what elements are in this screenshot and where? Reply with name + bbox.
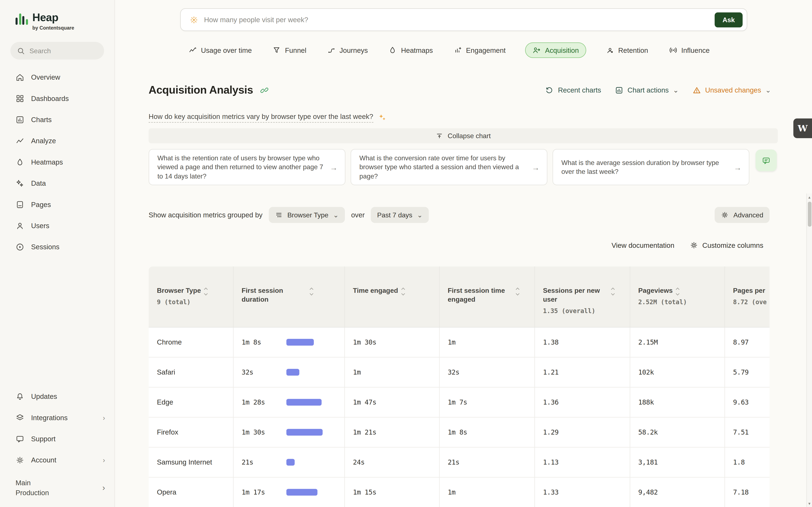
ask-bar[interactable]: Ask	[180, 8, 747, 31]
time-engaged-cell: 1m 30s	[345, 327, 439, 357]
chevron-right-icon: ›	[102, 483, 105, 493]
suggested-question-card[interactable]: What is the conversion rate over time fo…	[351, 149, 548, 185]
environment-switcher[interactable]: Main Production ›	[0, 471, 114, 500]
w-overlay-badge[interactable]: W	[794, 118, 812, 138]
chevron-down-icon: ⌄	[765, 86, 771, 94]
tab-usage-over-time[interactable]: Usage over time	[188, 43, 253, 58]
tab-influence[interactable]: Influence	[668, 43, 711, 58]
pages-per-cell: 1.8	[724, 447, 769, 477]
layers-icon	[15, 413, 24, 422]
usage-over-time-icon	[189, 46, 197, 54]
col-browser-type[interactable]: Browser Type 9 (total)	[149, 266, 233, 327]
tab-funnel[interactable]: Funnel	[271, 43, 307, 58]
first-session-duration-cell: 1m 30s	[233, 417, 345, 447]
suggested-question-text: What is the retention rate of users by b…	[157, 154, 324, 181]
ask-button[interactable]: Ask	[715, 12, 743, 27]
tab-heatmaps[interactable]: Heatmaps	[388, 43, 434, 58]
duration-bar	[286, 399, 321, 405]
sidebar-item-sessions[interactable]: Sessions	[0, 236, 114, 258]
sidebar-item-users[interactable]: Users	[0, 215, 114, 236]
suggested-question-card[interactable]: What is the retention rate of users by b…	[149, 149, 346, 185]
sidebar-item-support[interactable]: Support	[0, 429, 114, 450]
heap-logo[interactable]: Heap by Contentsquare	[0, 11, 114, 31]
col-first-session-time-engaged[interactable]: First session time engaged	[439, 266, 535, 327]
table-row[interactable]: Chrome 1m 8s 1m 30s 1m 1.38 2.15M 8.97	[149, 327, 769, 357]
col-time-engaged[interactable]: Time engaged	[345, 266, 439, 327]
col-pageviews[interactable]: Pageviews 2.52M (total)	[630, 266, 724, 327]
table-row[interactable]: Firefox 1m 30s 1m 21s 1m 8s 1.29 58.2k 7…	[149, 417, 769, 447]
chart-type-tabs: Usage over time Funnel Journeys Heatmaps…	[188, 41, 711, 59]
sidebar-item-account[interactable]: Account ›	[0, 450, 114, 471]
sidebar-item-dashboards[interactable]: Dashboards	[0, 88, 114, 109]
recent-charts-button[interactable]: Recent charts	[545, 86, 601, 95]
sort-icons[interactable]	[516, 286, 518, 295]
search-input[interactable]	[30, 47, 97, 55]
group-by-dropdown[interactable]: Browser Type ⌄	[269, 207, 345, 223]
suggested-question-card[interactable]: What is the average session duration by …	[553, 149, 749, 185]
header-actions: Recent charts Chart actions ⌄ Unsaved ch…	[545, 86, 771, 95]
duration-bar	[286, 459, 294, 465]
date-range-dropdown[interactable]: Past 7 days ⌄	[371, 207, 429, 223]
trend-line-icon	[15, 137, 24, 146]
col-first-session-duration[interactable]: First session duration	[233, 266, 345, 327]
bar-chart-icon	[15, 115, 24, 124]
chart-actions-button[interactable]: Chart actions ⌄	[614, 86, 678, 95]
first-session-duration-cell: 1m 28s	[233, 387, 345, 417]
warning-icon	[692, 86, 701, 95]
time-engaged-cell: 1m	[345, 357, 439, 387]
sidebar-item-heatmaps[interactable]: Heatmaps	[0, 152, 114, 173]
browser-cell: Chrome	[149, 327, 233, 357]
table-row[interactable]: Edge 1m 28s 1m 47s 1m 7s 1.36 188k 9.63	[149, 387, 769, 417]
first-session-duration-cell: 1m 8s	[233, 327, 345, 357]
col-sessions-per-new-user[interactable]: Sessions per new user 1.35 (overall)	[535, 266, 630, 327]
scroll-up-arrow[interactable]: ▲	[807, 193, 812, 201]
collapse-chart-button[interactable]: Collapse chart	[149, 128, 778, 143]
col-pages-per[interactable]: Pages per 8.72 (ove	[724, 266, 769, 327]
sort-icons[interactable]	[611, 286, 614, 295]
chart-question[interactable]: How do key acquisition metrics vary by b…	[149, 113, 373, 123]
copy-link-icon[interactable]	[260, 86, 269, 95]
group-by-icon	[275, 211, 283, 219]
page-title: Acquisition Analysis	[149, 84, 253, 96]
sessions-per-new-user-cell: 1.33	[535, 477, 630, 507]
scrollbar-thumb[interactable]	[808, 202, 811, 227]
tab-journeys[interactable]: Journeys	[326, 43, 369, 58]
sort-icons[interactable]	[402, 286, 404, 295]
sidebar-item-updates[interactable]: Updates	[0, 386, 114, 407]
suggested-question-text: What is the conversion rate over time fo…	[359, 154, 527, 181]
sidebar-item-charts[interactable]: Charts	[0, 109, 114, 130]
sort-icons[interactable]	[310, 286, 312, 295]
sort-icons[interactable]	[204, 286, 207, 295]
advanced-button[interactable]: Advanced	[715, 207, 769, 223]
table-row[interactable]: Opera 1m 17s 1m 15s 1m 1.33 9,482 7.18	[149, 477, 769, 507]
sort-icons[interactable]	[676, 286, 679, 295]
pageviews-cell: 3,181	[630, 447, 724, 477]
gear-icon	[690, 241, 698, 249]
sidebar-nav: Overview Dashboards Charts Analyze Heatm…	[0, 67, 114, 258]
sidebar-item-pages[interactable]: Pages	[0, 194, 114, 215]
feedback-chat-button[interactable]	[756, 150, 777, 171]
tab-engagement[interactable]: Engagement	[453, 43, 507, 58]
sidebar-item-data[interactable]: Data	[0, 173, 114, 194]
scroll-down-arrow[interactable]: ▼	[807, 500, 812, 507]
customize-columns-button[interactable]: Customize columns	[690, 241, 763, 249]
user-icon	[15, 221, 24, 230]
table-row[interactable]: Safari 32s 1m 32s 1.21 102k 5.79	[149, 357, 769, 387]
pages-per-cell: 8.97	[724, 327, 769, 357]
sidebar-item-integrations[interactable]: Integrations ›	[0, 407, 114, 428]
pages-per-cell: 5.79	[724, 357, 769, 387]
unsaved-changes-button[interactable]: Unsaved changes ⌄	[692, 86, 771, 95]
table-row[interactable]: Samsung Internet 21s 24s 21s 1.13 3,181 …	[149, 447, 769, 477]
pageviews-cell: 102k	[630, 357, 724, 387]
tab-acquisition[interactable]: Acquisition	[525, 43, 586, 58]
view-documentation-link[interactable]: View documentation	[612, 241, 674, 249]
vertical-scrollbar[interactable]: ▲ ▼	[806, 193, 812, 507]
sidebar-item-analyze[interactable]: Analyze	[0, 130, 114, 152]
sidebar-item-overview[interactable]: Overview	[0, 67, 114, 88]
tab-retention[interactable]: Retention	[605, 43, 649, 58]
ask-input[interactable]	[204, 16, 715, 24]
recent-charts-icon	[545, 86, 554, 95]
browser-cell: Edge	[149, 387, 233, 417]
chevron-right-icon: ›	[103, 414, 105, 421]
sidebar-search[interactable]	[10, 42, 104, 59]
